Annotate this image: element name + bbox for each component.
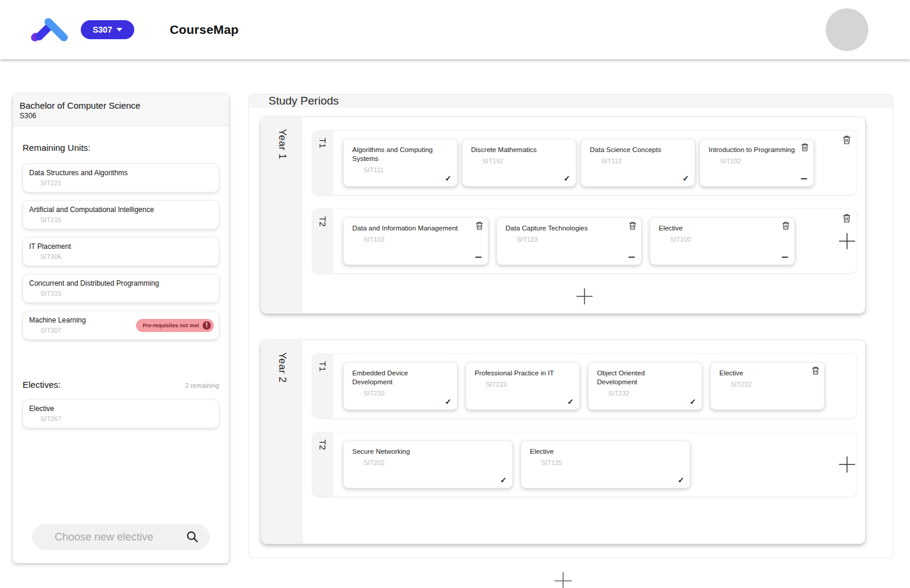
elective-search <box>13 524 229 550</box>
unit-name: Elective <box>29 404 213 413</box>
course-name: Discrete Mathematics <box>471 146 559 154</box>
delete-course-button[interactable] <box>628 220 637 231</box>
unit-name: Concurrent and Distributed Programming <box>29 279 213 287</box>
course-name: Elective <box>659 224 778 233</box>
year-content: T1 Algorithms and Computing Systems SIT1… <box>303 117 865 313</box>
course-name: Data Science Concepts <box>590 146 678 154</box>
unit-code: SIT221 <box>40 179 213 186</box>
study-periods-title: Study Periods <box>249 94 893 108</box>
completed-check-icon: ✓ <box>445 397 451 406</box>
add-year-container <box>261 570 865 588</box>
course-card[interactable]: Discrete Mathematics SIT192 ✓ <box>462 139 576 186</box>
course-name: Introduction to Programming <box>709 146 797 154</box>
delete-period-button[interactable] <box>842 134 852 146</box>
course-code: SIT100 <box>670 236 778 243</box>
course-name: Professional Practice in IT <box>475 369 563 378</box>
study-period-row: T1 Algorithms and Computing Systems SIT1… <box>312 130 857 195</box>
period-label: T1 <box>318 361 328 418</box>
delete-course-button[interactable] <box>811 365 820 376</box>
course-name: Data and Information Management <box>352 224 471 233</box>
course-card[interactable]: Data Capture Technologies SIT123 <box>497 217 642 265</box>
unit-card[interactable]: Artificial and Computational Intelligenc… <box>23 200 219 229</box>
course-name: Secure Networking <box>352 447 495 456</box>
course-code-dropdown-label: S307 <box>93 25 112 34</box>
unit-code: SIT315 <box>40 290 213 297</box>
study-period-row: T2 Data and Information Management SIT10… <box>312 208 857 274</box>
user-avatar[interactable] <box>826 8 868 51</box>
remaining-units-list: Data Structures and Algorithms SIT221 Ar… <box>13 163 229 347</box>
unit-card[interactable]: Data Structures and Algorithms SIT221 <box>23 163 219 192</box>
course-code: SIT210 <box>364 390 440 397</box>
course-card[interactable]: Elective SIT100 <box>650 217 795 265</box>
course-name: Object Oriented Development <box>597 369 685 387</box>
course-card[interactable]: Algorithms and Computing Systems SIT111 … <box>343 139 457 186</box>
course-code: SIT125 <box>541 459 673 466</box>
completed-check-icon: ✓ <box>564 174 570 183</box>
course-code: SIT202 <box>364 459 495 466</box>
unit-card[interactable]: IT Placement SIT306 <box>23 237 219 266</box>
course-card[interactable]: Elective SIT125 ✓ <box>521 441 690 488</box>
app-header: S307 CourseMap <box>0 0 910 59</box>
year-container: Year 1 T1 Algorithms and Computing Syste… <box>261 116 865 314</box>
add-course-button[interactable] <box>838 232 857 251</box>
course-card[interactable]: Object Oriented Development SIT232 ✓ <box>588 362 702 410</box>
delete-course-button[interactable] <box>475 220 484 231</box>
unit-card[interactable]: Concurrent and Distributed Programming S… <box>23 274 219 303</box>
course-name: Elective <box>719 369 807 378</box>
course-code: SIT192 <box>482 157 559 165</box>
planned-dash-icon <box>801 178 807 180</box>
course-code: SIT123 <box>517 236 624 243</box>
course-code: S306 <box>20 112 222 120</box>
add-year-button[interactable] <box>552 570 574 588</box>
add-period-container <box>312 287 857 309</box>
add-period-button[interactable] <box>575 287 594 306</box>
delete-course-button[interactable] <box>800 142 810 153</box>
course-name: Algorithms and Computing Systems <box>352 146 440 163</box>
unit-name: Artificial and Computational Intelligenc… <box>29 206 213 214</box>
remaining-units-label: Remaining Units: <box>13 143 229 153</box>
completed-check-icon: ✓ <box>682 174 689 183</box>
delete-course-button[interactable] <box>781 220 791 231</box>
study-period-row: T1 Embedded Device Development SIT210 ✓ … <box>312 353 857 419</box>
search-icon[interactable] <box>186 530 199 546</box>
planned-dash-icon <box>782 257 788 258</box>
year-label: Year 1 <box>276 129 288 313</box>
electives-label: Electives: <box>23 380 61 390</box>
exclamation-icon: ! <box>203 321 211 330</box>
course-card[interactable]: Data and Information Management SIT103 <box>343 217 488 265</box>
course-card[interactable]: Introduction to Programming SIT102 <box>700 139 814 186</box>
course-card[interactable]: Data Science Concepts SIT112 ✓ <box>581 139 695 186</box>
electives-remaining-count: 2 remaining <box>185 382 219 389</box>
prereq-warning-text: Pre-requisites not met <box>143 323 199 328</box>
period-label: T2 <box>318 216 328 273</box>
completed-check-icon: ✓ <box>690 397 696 406</box>
electives-list: Elective SIT267 <box>13 399 229 436</box>
course-card[interactable]: Professional Practice in IT SIT223 ✓ <box>466 362 580 410</box>
course-title: Bachelor of Computer Science <box>20 100 222 110</box>
choose-elective-input[interactable] <box>32 524 210 550</box>
period-label: T1 <box>318 138 328 195</box>
period-strip: T2 <box>312 209 333 273</box>
course-code-dropdown-button[interactable]: S307 <box>81 20 134 39</box>
period-label: T2 <box>318 440 328 497</box>
course-card[interactable]: Secure Networking SIT202 ✓ <box>343 441 513 488</box>
unit-card[interactable]: Elective SIT267 <box>23 399 219 428</box>
planned-dash-icon <box>628 257 635 258</box>
unit-card[interactable]: Machine Learning SIT307 Pre-requisites n… <box>23 311 219 340</box>
course-name: Embedded Device Development <box>352 369 440 387</box>
add-course-button[interactable] <box>838 455 857 474</box>
year-strip: Year 1 <box>261 117 303 313</box>
course-card[interactable]: Embedded Device Development SIT210 ✓ <box>343 362 457 410</box>
study-period-row: T2 Secure Networking SIT202 ✓ Elective S… <box>312 432 857 497</box>
delete-period-button[interactable] <box>842 213 852 224</box>
course-card[interactable]: Elective SIT222 <box>710 362 824 410</box>
completed-check-icon: ✓ <box>500 476 507 485</box>
year-label: Year 2 <box>276 352 288 543</box>
period-strip: T1 <box>312 354 333 418</box>
unit-code: SIT306 <box>40 253 213 260</box>
year-strip: Year 2 <box>261 340 303 543</box>
completed-check-icon: ✓ <box>678 476 684 485</box>
unit-name: Data Structures and Algorithms <box>29 169 213 177</box>
unit-code: SIT215 <box>40 216 213 223</box>
app-title: CourseMap <box>170 23 239 37</box>
